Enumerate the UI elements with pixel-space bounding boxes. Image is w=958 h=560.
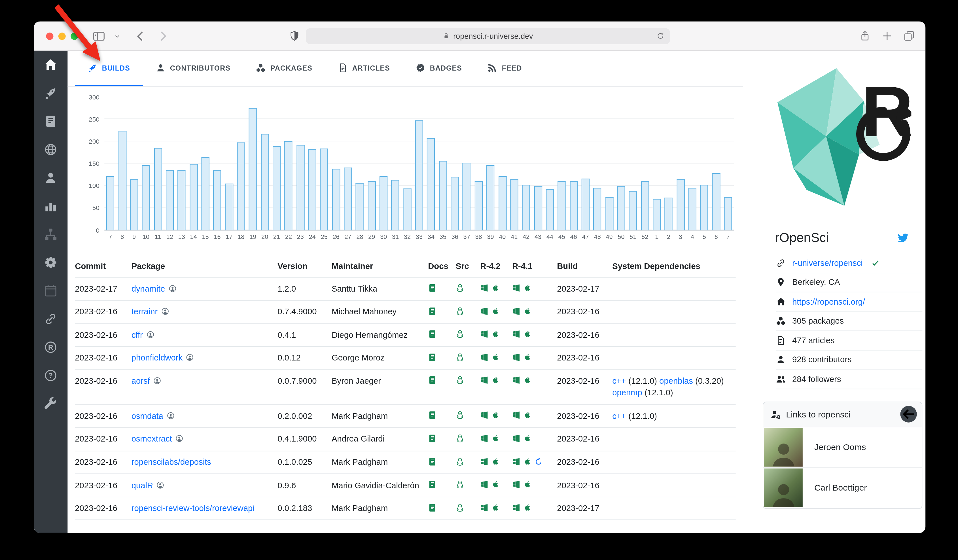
windows-build-icon[interactable] <box>480 434 488 442</box>
docs-icon[interactable] <box>428 307 436 315</box>
linux-build-icon[interactable] <box>456 353 464 361</box>
windows-build-icon[interactable] <box>480 480 488 488</box>
rail-item-sitemap[interactable] <box>44 228 57 241</box>
new-tab-icon[interactable] <box>882 31 892 41</box>
rebuilding-icon[interactable] <box>534 457 543 466</box>
windows-build-icon[interactable] <box>480 376 488 384</box>
rail-item-bar-chart[interactable] <box>44 200 57 213</box>
package-link[interactable]: ropenscilabs/deposits <box>132 457 211 467</box>
mac-build-icon[interactable] <box>523 353 531 361</box>
mac-build-icon[interactable] <box>523 503 531 511</box>
docs-icon[interactable] <box>428 376 436 385</box>
rail-item-link[interactable] <box>44 313 57 326</box>
share-icon[interactable] <box>860 31 870 41</box>
rail-item-gear[interactable] <box>44 256 57 269</box>
windows-build-icon[interactable] <box>480 503 488 511</box>
package-link[interactable]: qualR <box>132 481 153 490</box>
linux-build-icon[interactable] <box>456 457 464 466</box>
linux-build-icon[interactable] <box>456 434 464 443</box>
rail-item-rocket[interactable] <box>44 87 57 100</box>
person-row[interactable]: Carl Boettiger <box>763 468 922 508</box>
package-link[interactable]: phonfieldwork <box>132 353 183 362</box>
docs-icon[interactable] <box>428 284 436 292</box>
mac-build-icon[interactable] <box>523 376 531 384</box>
tab-articles[interactable]: ARTICLES <box>325 51 403 86</box>
mac-build-icon[interactable] <box>491 353 499 361</box>
docs-icon[interactable] <box>428 503 436 512</box>
twitter-icon[interactable] <box>897 232 909 243</box>
forward-button[interactable] <box>157 30 169 42</box>
windows-build-icon[interactable] <box>480 284 488 292</box>
rail-item-person[interactable] <box>44 171 57 184</box>
package-link[interactable]: aorsf <box>132 376 150 386</box>
rail-item-globe[interactable] <box>44 143 57 156</box>
profile-item-text[interactable]: r-universe/ropensci <box>792 259 863 268</box>
mac-build-icon[interactable] <box>523 480 531 488</box>
linux-build-icon[interactable] <box>456 284 464 292</box>
windows-build-icon[interactable] <box>480 457 488 465</box>
rail-item-question[interactable]: ? <box>44 369 57 382</box>
mac-build-icon[interactable] <box>491 330 499 338</box>
mac-build-icon[interactable] <box>491 480 499 488</box>
rail-item-calendar[interactable] <box>44 284 57 297</box>
docs-icon[interactable] <box>428 434 436 443</box>
windows-build-icon[interactable] <box>512 411 520 419</box>
rail-item-wrench[interactable] <box>44 397 57 410</box>
package-link[interactable]: dynamite <box>132 284 165 293</box>
builds-chart[interactable]: 050100150200250300 789101112131415161718… <box>104 98 736 240</box>
sysdep-link[interactable]: c++ <box>612 411 626 420</box>
privacy-shield-icon[interactable] <box>289 31 300 41</box>
linux-build-icon[interactable] <box>456 376 464 385</box>
mac-build-icon[interactable] <box>491 307 499 314</box>
mac-build-icon[interactable] <box>523 457 531 465</box>
linux-build-icon[interactable] <box>456 480 464 489</box>
linux-build-icon[interactable] <box>456 330 464 338</box>
person-row[interactable]: Jeroen Ooms <box>763 427 922 468</box>
windows-build-icon[interactable] <box>512 434 520 442</box>
linux-build-icon[interactable] <box>456 307 464 315</box>
mac-build-icon[interactable] <box>491 284 499 292</box>
tab-badges[interactable]: BADGES <box>403 51 475 86</box>
mac-build-icon[interactable] <box>523 411 531 419</box>
mac-build-icon[interactable] <box>523 307 531 314</box>
mac-build-icon[interactable] <box>491 434 499 442</box>
windows-build-icon[interactable] <box>512 457 520 465</box>
docs-icon[interactable] <box>428 353 436 361</box>
sysdep-link[interactable]: c++ <box>612 376 626 386</box>
docs-icon[interactable] <box>428 457 436 466</box>
docs-icon[interactable] <box>428 330 436 338</box>
address-bar[interactable]: ropensci.r-universe.dev <box>306 28 670 44</box>
package-link[interactable]: cffr <box>132 330 143 339</box>
docs-icon[interactable] <box>428 480 436 489</box>
rail-item-r-universe[interactable]: R <box>44 341 57 354</box>
windows-build-icon[interactable] <box>480 353 488 361</box>
linux-build-icon[interactable] <box>456 411 464 419</box>
mac-build-icon[interactable] <box>523 330 531 338</box>
windows-build-icon[interactable] <box>512 480 520 488</box>
reload-icon[interactable] <box>657 32 665 40</box>
windows-build-icon[interactable] <box>480 411 488 419</box>
docs-icon[interactable] <box>428 411 436 419</box>
sysdep-link[interactable]: openmp <box>612 388 642 398</box>
package-link[interactable]: osmextract <box>132 435 172 444</box>
package-link[interactable]: terrainr <box>132 307 158 316</box>
mac-build-icon[interactable] <box>491 457 499 465</box>
rail-item-journal[interactable] <box>44 115 57 128</box>
windows-build-icon[interactable] <box>480 330 488 338</box>
package-link[interactable]: osmdata <box>132 411 163 420</box>
tab-feed[interactable]: FEED <box>475 51 535 86</box>
windows-build-icon[interactable] <box>480 307 488 314</box>
mac-build-icon[interactable] <box>491 376 499 384</box>
package-link[interactable]: ropensci-review-tools/roreviewapi <box>132 504 255 513</box>
windows-build-icon[interactable] <box>512 330 520 338</box>
sysdep-link[interactable]: openblas <box>659 376 693 386</box>
tab-packages[interactable]: PACKAGES <box>243 51 325 86</box>
windows-build-icon[interactable] <box>512 503 520 511</box>
collapse-links-button[interactable] <box>900 406 917 422</box>
windows-build-icon[interactable] <box>512 353 520 361</box>
tab-contributors[interactable]: CONTRIBUTORS <box>143 51 243 86</box>
mac-build-icon[interactable] <box>491 503 499 511</box>
mac-build-icon[interactable] <box>523 434 531 442</box>
tab-overview-icon[interactable] <box>904 31 914 41</box>
profile-item-text[interactable]: https://ropensci.org/ <box>792 297 865 306</box>
